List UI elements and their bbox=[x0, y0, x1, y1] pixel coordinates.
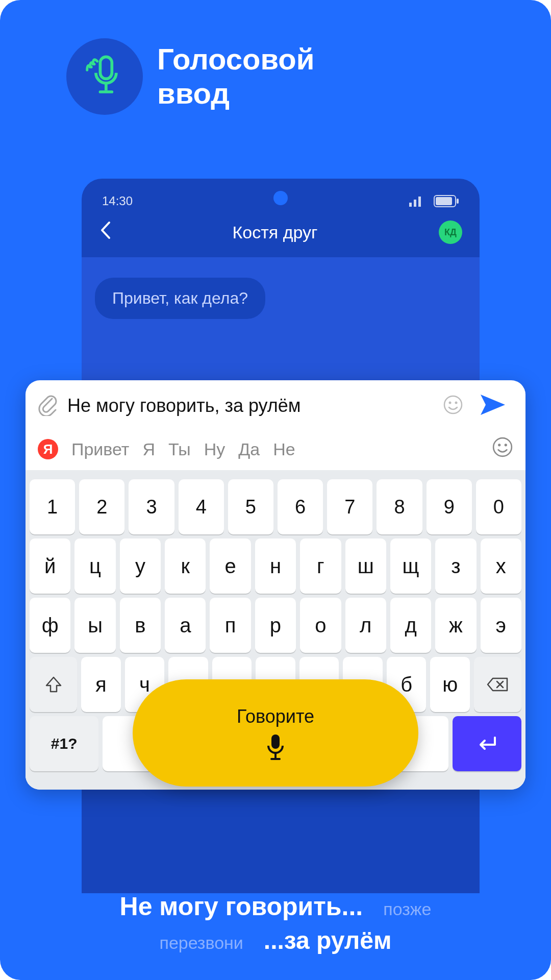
key[interactable]: х bbox=[481, 538, 521, 594]
shift-key[interactable] bbox=[30, 657, 77, 712]
key[interactable]: о bbox=[300, 598, 341, 653]
suggestion[interactable]: Я bbox=[142, 439, 155, 459]
voice-input-badge bbox=[66, 38, 143, 115]
key-row-numbers: 1 2 3 4 5 6 7 8 9 0 bbox=[30, 479, 521, 534]
footer-main-1: Не могу говорить... bbox=[120, 892, 363, 921]
key[interactable]: а bbox=[165, 598, 206, 653]
smile-icon bbox=[492, 436, 513, 458]
send-icon bbox=[480, 394, 506, 416]
key-5[interactable]: 5 bbox=[228, 479, 273, 534]
key[interactable]: п bbox=[210, 598, 251, 653]
key[interactable]: р bbox=[255, 598, 296, 653]
voice-label: Говорите bbox=[237, 706, 314, 727]
enter-icon bbox=[475, 734, 498, 753]
svg-point-11 bbox=[455, 402, 458, 404]
key[interactable]: у bbox=[120, 538, 161, 594]
message-input[interactable]: Не могу говорить, за рулём bbox=[67, 395, 434, 416]
status-time: 14:30 bbox=[102, 194, 133, 208]
key-8[interactable]: 8 bbox=[377, 479, 422, 534]
enter-key[interactable] bbox=[453, 716, 521, 771]
key-4[interactable]: 4 bbox=[179, 479, 224, 534]
key[interactable]: ш bbox=[345, 538, 386, 594]
key[interactable]: з bbox=[435, 538, 476, 594]
suggestion[interactable]: Да bbox=[238, 439, 260, 459]
footer-sub-1: позже bbox=[383, 899, 431, 919]
signal-icon bbox=[409, 195, 424, 207]
backspace-key[interactable] bbox=[474, 657, 521, 712]
chat-title: Костя друг bbox=[233, 223, 318, 242]
keyboard-panel: Не могу говорить, за рулём Я Привет Я Ты… bbox=[26, 380, 525, 790]
footer-main-2: ...за рулём bbox=[264, 926, 392, 954]
attach-button[interactable] bbox=[38, 394, 58, 418]
emoji-button[interactable] bbox=[443, 395, 463, 417]
svg-rect-8 bbox=[457, 199, 459, 204]
chevron-left-icon bbox=[99, 220, 111, 240]
space-key[interactable]: Говорите bbox=[103, 716, 448, 771]
message-input-row: Не могу говорить, за рулём bbox=[26, 380, 525, 431]
feature-title: Голосовой ввод bbox=[157, 42, 314, 110]
voice-bubble[interactable]: Говорите bbox=[133, 679, 418, 787]
symbols-key[interactable]: #1? bbox=[30, 716, 98, 771]
key[interactable]: л bbox=[345, 598, 386, 653]
footer-transcription: Не могу говорить... позже перезвони ...з… bbox=[0, 892, 551, 954]
key[interactable]: ы bbox=[74, 598, 115, 653]
key-6[interactable]: 6 bbox=[278, 479, 323, 534]
keyboard: 1 2 3 4 5 6 7 8 9 0 й ц у к е н г ш щ bbox=[26, 470, 525, 790]
key[interactable]: г bbox=[300, 538, 341, 594]
send-button[interactable] bbox=[472, 394, 513, 418]
avatar[interactable]: КД bbox=[439, 220, 462, 244]
back-button[interactable] bbox=[99, 219, 111, 245]
feature-header: Голосовой ввод bbox=[0, 0, 551, 115]
shift-icon bbox=[44, 675, 63, 694]
key[interactable]: ю bbox=[430, 657, 470, 712]
svg-rect-4 bbox=[414, 200, 416, 207]
chat-header: Костя друг КД bbox=[82, 213, 480, 257]
key[interactable]: в bbox=[120, 598, 161, 653]
feature-title-line1: Голосовой bbox=[157, 42, 314, 77]
key[interactable]: н bbox=[255, 538, 296, 594]
key-7[interactable]: 7 bbox=[327, 479, 372, 534]
key-1[interactable]: 1 bbox=[30, 479, 75, 534]
svg-rect-5 bbox=[418, 197, 421, 207]
key[interactable]: к bbox=[165, 538, 206, 594]
footer-sub-2: перезвони bbox=[159, 933, 243, 953]
key-0[interactable]: 0 bbox=[476, 479, 521, 534]
battery-icon bbox=[434, 195, 459, 207]
key[interactable]: ф bbox=[30, 598, 70, 653]
key[interactable]: д bbox=[390, 598, 431, 653]
microphone-icon bbox=[82, 51, 127, 102]
key[interactable]: э bbox=[481, 598, 521, 653]
suggestion[interactable]: Привет bbox=[71, 439, 129, 459]
suggestion[interactable]: Ну bbox=[204, 439, 226, 459]
camera-dot bbox=[273, 191, 288, 205]
key[interactable]: ж bbox=[435, 598, 476, 653]
suggestion[interactable]: Ты bbox=[168, 439, 191, 459]
smile-icon bbox=[443, 395, 463, 415]
avatar-initials: КД bbox=[444, 227, 457, 238]
promo-card: Голосовой ввод 14:30 Костя друг КД Приве… bbox=[0, 0, 551, 980]
suggestion-row: Я Привет Я Ты Ну Да Не bbox=[26, 431, 525, 470]
suggestion[interactable]: Не bbox=[273, 439, 295, 459]
key-row-3: ф ы в а п р о л д ж э bbox=[30, 598, 521, 653]
key-9[interactable]: 9 bbox=[427, 479, 472, 534]
key-row-bottom: #1? Говорите bbox=[30, 716, 521, 771]
svg-rect-3 bbox=[409, 203, 412, 207]
sticker-button[interactable] bbox=[492, 436, 513, 462]
svg-rect-0 bbox=[100, 57, 112, 79]
key[interactable]: й bbox=[30, 538, 70, 594]
feature-title-line2: ввод bbox=[157, 77, 314, 111]
yandex-logo[interactable]: Я bbox=[38, 439, 58, 459]
svg-point-12 bbox=[493, 438, 512, 456]
key-row-2: й ц у к е н г ш щ з х bbox=[30, 538, 521, 594]
incoming-message: Привет, как дела? bbox=[95, 278, 265, 319]
svg-point-13 bbox=[498, 444, 500, 446]
key[interactable]: щ bbox=[390, 538, 431, 594]
paperclip-icon bbox=[38, 394, 58, 416]
key[interactable]: ц bbox=[74, 538, 115, 594]
key-2[interactable]: 2 bbox=[79, 479, 124, 534]
key[interactable]: я bbox=[81, 657, 121, 712]
svg-point-14 bbox=[505, 444, 507, 446]
svg-rect-7 bbox=[436, 197, 452, 205]
key[interactable]: е bbox=[210, 538, 251, 594]
key-3[interactable]: 3 bbox=[129, 479, 174, 534]
